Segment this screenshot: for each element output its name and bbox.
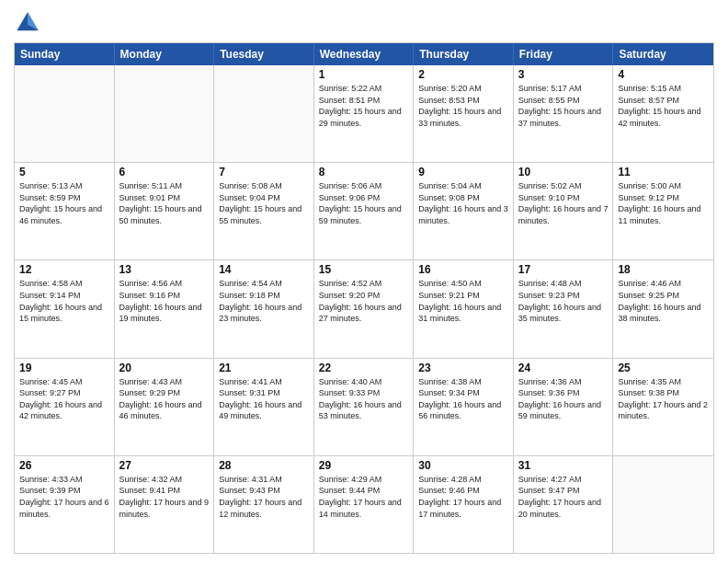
day-number: 31 bbox=[518, 459, 609, 472]
day-number: 13 bbox=[119, 263, 210, 276]
cell-text: Sunrise: 4:27 AM Sunset: 9:47 PM Dayligh… bbox=[518, 474, 609, 520]
calendar-cell: 24Sunrise: 4:36 AM Sunset: 9:36 PM Dayli… bbox=[514, 359, 614, 455]
calendar-cell: 27Sunrise: 4:32 AM Sunset: 9:41 PM Dayli… bbox=[115, 456, 215, 553]
page: SundayMondayTuesdayWednesdayThursdayFrid… bbox=[0, 0, 728, 563]
day-number: 14 bbox=[219, 263, 309, 276]
calendar-cell: 25Sunrise: 4:35 AM Sunset: 9:38 PM Dayli… bbox=[613, 359, 713, 455]
calendar-cell: 21Sunrise: 4:41 AM Sunset: 9:31 PM Dayli… bbox=[214, 359, 314, 455]
calendar-cell: 17Sunrise: 4:48 AM Sunset: 9:23 PM Dayli… bbox=[514, 260, 614, 357]
calendar-cell: 22Sunrise: 4:40 AM Sunset: 9:33 PM Dayli… bbox=[314, 359, 415, 455]
cell-text: Sunrise: 5:06 AM Sunset: 9:06 PM Dayligh… bbox=[319, 180, 409, 226]
day-number: 16 bbox=[418, 263, 508, 276]
cell-text: Sunrise: 4:40 AM Sunset: 9:33 PM Dayligh… bbox=[319, 376, 409, 422]
day-number: 17 bbox=[518, 263, 609, 276]
calendar-cell: 29Sunrise: 4:29 AM Sunset: 9:44 PM Dayli… bbox=[314, 456, 415, 553]
cell-text: Sunrise: 4:54 AM Sunset: 9:18 PM Dayligh… bbox=[219, 278, 309, 324]
calendar-row: 26Sunrise: 4:33 AM Sunset: 9:39 PM Dayli… bbox=[15, 455, 713, 553]
calendar-cell: 9Sunrise: 5:04 AM Sunset: 9:08 PM Daylig… bbox=[414, 163, 514, 259]
cell-text: Sunrise: 4:33 AM Sunset: 9:39 PM Dayligh… bbox=[19, 474, 109, 520]
calendar-cell: 23Sunrise: 4:38 AM Sunset: 9:34 PM Dayli… bbox=[414, 359, 514, 455]
day-number: 8 bbox=[319, 166, 409, 178]
day-number: 22 bbox=[319, 362, 409, 374]
cell-text: Sunrise: 4:36 AM Sunset: 9:36 PM Dayligh… bbox=[518, 376, 609, 422]
calendar-cell: 19Sunrise: 4:45 AM Sunset: 9:27 PM Dayli… bbox=[15, 359, 115, 455]
cell-text: Sunrise: 5:04 AM Sunset: 9:08 PM Dayligh… bbox=[418, 180, 508, 226]
calendar-cell: 6Sunrise: 5:11 AM Sunset: 9:01 PM Daylig… bbox=[115, 163, 215, 259]
cell-text: Sunrise: 4:35 AM Sunset: 9:38 PM Dayligh… bbox=[618, 376, 709, 422]
calendar-header-cell: Thursday bbox=[414, 43, 514, 65]
calendar-cell: 2Sunrise: 5:20 AM Sunset: 8:53 PM Daylig… bbox=[414, 65, 514, 162]
day-number: 4 bbox=[618, 68, 709, 81]
day-number: 21 bbox=[219, 362, 309, 374]
cell-text: Sunrise: 4:48 AM Sunset: 9:23 PM Dayligh… bbox=[518, 278, 609, 324]
cell-text: Sunrise: 4:56 AM Sunset: 9:16 PM Dayligh… bbox=[119, 278, 210, 324]
cell-text: Sunrise: 4:46 AM Sunset: 9:25 PM Dayligh… bbox=[618, 278, 709, 324]
cell-text: Sunrise: 4:29 AM Sunset: 9:44 PM Dayligh… bbox=[319, 474, 409, 520]
day-number: 10 bbox=[518, 166, 609, 178]
cell-text: Sunrise: 4:52 AM Sunset: 9:20 PM Dayligh… bbox=[319, 278, 409, 324]
day-number: 12 bbox=[19, 263, 109, 276]
calendar-row: 1Sunrise: 5:22 AM Sunset: 8:51 PM Daylig… bbox=[15, 65, 713, 162]
calendar-header-cell: Saturday bbox=[613, 43, 713, 65]
calendar-cell: 7Sunrise: 5:08 AM Sunset: 9:04 PM Daylig… bbox=[214, 163, 314, 259]
cell-text: Sunrise: 4:38 AM Sunset: 9:34 PM Dayligh… bbox=[418, 376, 508, 422]
calendar-cell: 31Sunrise: 4:27 AM Sunset: 9:47 PM Dayli… bbox=[514, 456, 614, 553]
cell-text: Sunrise: 4:50 AM Sunset: 9:21 PM Dayligh… bbox=[418, 278, 508, 324]
day-number: 26 bbox=[19, 459, 109, 472]
calendar-cell bbox=[613, 456, 713, 553]
day-number: 6 bbox=[119, 166, 210, 178]
calendar: SundayMondayTuesdayWednesdayThursdayFrid… bbox=[14, 42, 714, 554]
calendar-header-cell: Sunday bbox=[15, 43, 115, 65]
calendar-header-cell: Friday bbox=[514, 43, 614, 65]
cell-text: Sunrise: 4:58 AM Sunset: 9:14 PM Dayligh… bbox=[19, 278, 109, 324]
cell-text: Sunrise: 5:20 AM Sunset: 8:53 PM Dayligh… bbox=[418, 83, 508, 129]
calendar-cell: 15Sunrise: 4:52 AM Sunset: 9:20 PM Dayli… bbox=[314, 260, 415, 357]
calendar-cell: 5Sunrise: 5:13 AM Sunset: 8:59 PM Daylig… bbox=[15, 163, 115, 259]
cell-text: Sunrise: 4:32 AM Sunset: 9:41 PM Dayligh… bbox=[119, 474, 210, 520]
day-number: 27 bbox=[119, 459, 210, 472]
day-number: 20 bbox=[119, 362, 210, 374]
calendar-row: 12Sunrise: 4:58 AM Sunset: 9:14 PM Dayli… bbox=[15, 259, 713, 357]
day-number: 3 bbox=[518, 68, 609, 81]
calendar-cell: 12Sunrise: 4:58 AM Sunset: 9:14 PM Dayli… bbox=[15, 260, 115, 357]
day-number: 25 bbox=[618, 362, 709, 374]
calendar-cell: 18Sunrise: 4:46 AM Sunset: 9:25 PM Dayli… bbox=[613, 260, 713, 357]
calendar-cell: 26Sunrise: 4:33 AM Sunset: 9:39 PM Dayli… bbox=[15, 456, 115, 553]
day-number: 15 bbox=[319, 263, 409, 276]
calendar-header-cell: Wednesday bbox=[314, 43, 415, 65]
calendar-cell: 4Sunrise: 5:15 AM Sunset: 8:57 PM Daylig… bbox=[613, 65, 713, 162]
calendar-header-cell: Monday bbox=[115, 43, 215, 65]
day-number: 28 bbox=[219, 459, 309, 472]
day-number: 5 bbox=[19, 166, 109, 178]
header bbox=[14, 9, 714, 37]
day-number: 23 bbox=[418, 362, 508, 374]
day-number: 7 bbox=[219, 166, 309, 178]
calendar-row: 5Sunrise: 5:13 AM Sunset: 8:59 PM Daylig… bbox=[15, 162, 713, 259]
calendar-cell: 11Sunrise: 5:00 AM Sunset: 9:12 PM Dayli… bbox=[613, 163, 713, 259]
cell-text: Sunrise: 4:45 AM Sunset: 9:27 PM Dayligh… bbox=[19, 376, 109, 422]
day-number: 30 bbox=[418, 459, 508, 472]
cell-text: Sunrise: 4:41 AM Sunset: 9:31 PM Dayligh… bbox=[219, 376, 309, 422]
calendar-cell: 1Sunrise: 5:22 AM Sunset: 8:51 PM Daylig… bbox=[314, 65, 415, 162]
cell-text: Sunrise: 5:15 AM Sunset: 8:57 PM Dayligh… bbox=[618, 83, 709, 129]
day-number: 1 bbox=[319, 68, 409, 81]
calendar-cell bbox=[115, 65, 215, 162]
calendar-cell: 16Sunrise: 4:50 AM Sunset: 9:21 PM Dayli… bbox=[414, 260, 514, 357]
day-number: 2 bbox=[418, 68, 508, 81]
cell-text: Sunrise: 5:13 AM Sunset: 8:59 PM Dayligh… bbox=[19, 180, 109, 226]
day-number: 29 bbox=[319, 459, 409, 472]
logo-icon bbox=[14, 9, 41, 37]
calendar-cell: 8Sunrise: 5:06 AM Sunset: 9:06 PM Daylig… bbox=[314, 163, 415, 259]
cell-text: Sunrise: 4:28 AM Sunset: 9:46 PM Dayligh… bbox=[418, 474, 508, 520]
calendar-cell bbox=[15, 65, 115, 162]
cell-text: Sunrise: 5:11 AM Sunset: 9:01 PM Dayligh… bbox=[119, 180, 210, 226]
calendar-row: 19Sunrise: 4:45 AM Sunset: 9:27 PM Dayli… bbox=[15, 358, 713, 455]
calendar-cell: 13Sunrise: 4:56 AM Sunset: 9:16 PM Dayli… bbox=[115, 260, 215, 357]
calendar-cell: 28Sunrise: 4:31 AM Sunset: 9:43 PM Dayli… bbox=[214, 456, 314, 553]
logo bbox=[14, 9, 45, 37]
cell-text: Sunrise: 5:17 AM Sunset: 8:55 PM Dayligh… bbox=[518, 83, 609, 129]
calendar-header-cell: Tuesday bbox=[214, 43, 314, 65]
calendar-cell: 3Sunrise: 5:17 AM Sunset: 8:55 PM Daylig… bbox=[514, 65, 614, 162]
calendar-cell: 14Sunrise: 4:54 AM Sunset: 9:18 PM Dayli… bbox=[214, 260, 314, 357]
day-number: 24 bbox=[518, 362, 609, 374]
